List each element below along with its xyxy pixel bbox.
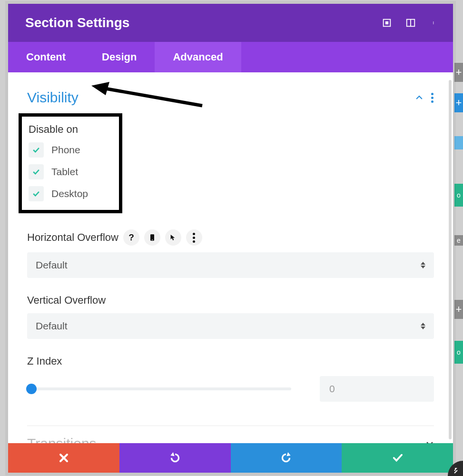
bg-block-green-1: o [454,184,463,207]
vertical-overflow-value: Default [36,320,68,332]
field-more-icon[interactable] [186,229,202,246]
titlebar: Section Settings [8,4,453,42]
svg-point-6 [433,23,433,24]
z-index-slider[interactable] [27,384,291,394]
help-icon[interactable]: ? [123,229,139,246]
tab-content[interactable]: Content [8,42,84,72]
bg-add-gray[interactable]: + [454,63,463,82]
section-transitions-header[interactable]: Transitions [27,433,434,443]
section-visibility-more-icon[interactable] [431,93,434,103]
slider-track [27,387,291,390]
bg-block-green-2: o [454,341,463,364]
select-arrows-icon [421,323,425,329]
disable-on-label: Disable on [29,123,112,136]
vertical-overflow-select[interactable]: Default [27,313,434,339]
select-arrows-icon [421,262,425,268]
svg-point-5 [433,22,433,23]
check-icon [391,453,404,463]
section-transitions-title: Transitions [27,436,97,443]
scrollbar[interactable] [449,80,452,439]
section-visibility-header[interactable]: Visibility [27,87,434,114]
redo-icon [280,452,292,464]
tab-advanced[interactable]: Advanced [155,42,241,72]
bg-add-gray-2[interactable]: + [454,300,463,319]
horizontal-overflow-field: Horizontal Overflow ? Default [27,229,434,278]
vertical-overflow-label: Vertical Overflow [27,294,106,307]
disable-tablet-label: Tablet [51,166,78,178]
horizontal-overflow-value: Default [36,259,68,271]
bg-block-e: e [454,235,463,246]
chevron-down-icon[interactable] [425,439,434,443]
vertical-overflow-field: Vertical Overflow Default [27,294,434,339]
slider-thumb[interactable] [26,384,37,394]
responsive-icon[interactable] [144,229,160,246]
settings-modal: Section Settings Content Design Advanced… [8,4,453,473]
svg-point-4 [433,21,433,22]
chevron-up-icon[interactable] [415,93,424,102]
z-index-field: Z Index 0 [27,355,434,402]
disable-phone-row: Phone [29,142,112,158]
undo-icon [169,452,181,464]
cancel-button[interactable] [8,443,119,473]
section-divider [27,426,434,426]
svg-point-8 [152,239,153,240]
section-visibility-title: Visibility [27,89,79,106]
z-index-label: Z Index [27,355,62,367]
tabs: Content Design Advanced [8,42,453,72]
disable-phone-checkbox[interactable] [29,142,44,158]
disable-tablet-row: Tablet [29,164,112,179]
tab-design[interactable]: Design [84,42,155,72]
bg-add-blue[interactable]: + [454,93,463,112]
disable-phone-label: Phone [51,144,80,156]
columns-icon[interactable] [405,18,416,28]
z-index-input[interactable]: 0 [320,376,434,402]
disable-desktop-checkbox[interactable] [29,186,44,201]
hover-icon[interactable] [165,229,181,246]
disable-desktop-label: Desktop [51,188,88,199]
disable-on-box: Disable on Phone Tablet Desktop [19,113,122,213]
horizontal-overflow-select[interactable]: Default [27,252,434,278]
modal-body: Visibility Disable on Phone Tablet Deskt… [8,72,453,443]
modal-title: Section Settings [25,15,382,30]
more-icon[interactable] [429,18,440,28]
horizontal-overflow-label: Horizontal Overflow [27,231,118,244]
undo-button[interactable] [119,443,231,473]
expand-icon[interactable] [382,18,392,28]
disable-desktop-row: Desktop [29,186,112,201]
footer [8,443,453,473]
svg-rect-1 [385,21,388,24]
close-icon [58,452,69,464]
disable-tablet-checkbox[interactable] [29,164,44,179]
redo-button[interactable] [231,443,342,473]
save-button[interactable] [342,443,453,473]
bg-block-blue [454,136,463,149]
